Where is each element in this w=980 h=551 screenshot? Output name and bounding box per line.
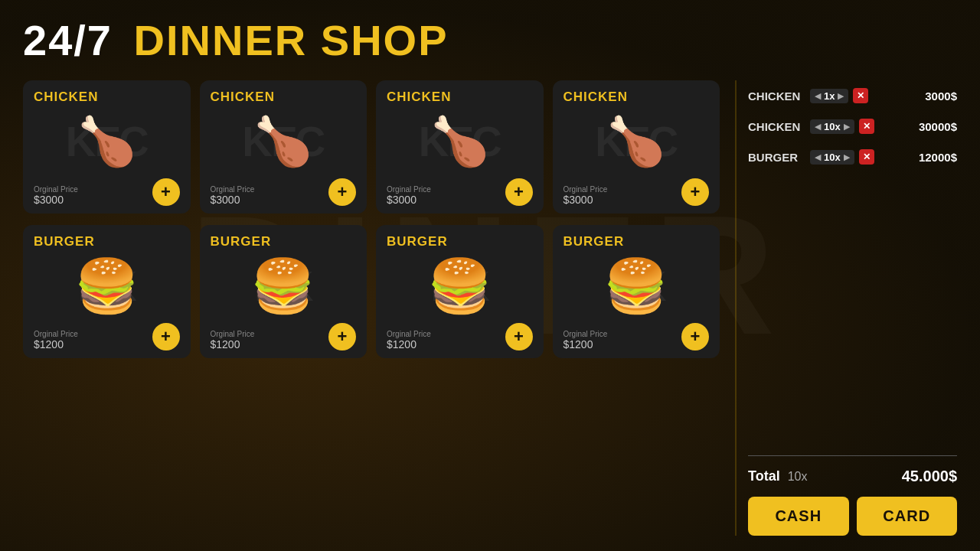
left-arrow-1: ◀ xyxy=(815,91,821,101)
order-qty-2: 10x xyxy=(824,121,841,132)
total-label: Total xyxy=(748,468,780,484)
price-value-4: $3000 xyxy=(564,194,608,206)
burger-footer-3: Orginal Price $1200 + xyxy=(387,323,533,350)
chicken-card-4: CHICKEN KFC 🍗 Orginal Price $3000 + xyxy=(553,80,720,214)
total-qty: 10x xyxy=(788,470,808,484)
add-burger-2[interactable]: + xyxy=(328,323,356,350)
burger-name-2: BURGER xyxy=(211,234,357,249)
burger-image-4: BK 🍔 xyxy=(564,256,710,317)
burger-price-info-4: Orginal Price $1200 xyxy=(564,330,608,350)
header: 24/7 DINNER SHOP xyxy=(23,15,957,65)
chicken-image-3: KFC 🍗 xyxy=(387,111,533,172)
burger-price-value-4: $1200 xyxy=(564,338,608,350)
main-content: CHICKEN KFC 🍗 Orginal Price $3000 + xyxy=(23,80,957,536)
right-arrow-2: ▶ xyxy=(844,122,850,132)
burger-emoji-3: 🍔 xyxy=(427,256,492,317)
price-value-1: $3000 xyxy=(34,194,78,206)
chicken-price-info-1: Orginal Price $3000 xyxy=(34,185,78,206)
add-chicken-4[interactable]: + xyxy=(681,178,709,206)
right-panel: CHICKEN ◀ 1x ▶ ✕ 3000$ CHICKEN ◀ 10x xyxy=(735,80,957,536)
order-price-2: 30000$ xyxy=(919,120,957,133)
chicken-name-2: CHICKEN xyxy=(211,90,357,105)
burger-name-4: BURGER xyxy=(564,234,710,249)
chicken-name-3: CHICKEN xyxy=(387,90,533,105)
chicken-image-4: KFC 🍗 xyxy=(564,111,710,172)
burger-price-value-2: $1200 xyxy=(211,338,255,350)
order-qty-wrapper-3: ◀ 10x ▶ xyxy=(810,150,854,165)
burger-price-value-3: $1200 xyxy=(387,338,431,350)
page-title: 24/7 DINNER SHOP xyxy=(23,15,449,65)
order-price-3: 12000$ xyxy=(919,151,957,164)
main-container: 24/7 DINNER SHOP CHICKEN KFC 🍗 Orginal P… xyxy=(0,0,980,551)
chicken-footer-2: Orginal Price $3000 + xyxy=(211,178,357,206)
add-chicken-1[interactable]: + xyxy=(152,178,180,206)
burger-card-4: BURGER BK 🍔 Orginal Price $1200 + xyxy=(553,225,720,358)
order-item-2: CHICKEN ◀ 10x ▶ ✕ 30000$ xyxy=(748,119,957,134)
chicken-price-info-3: Orginal Price $3000 xyxy=(387,185,431,206)
price-value-2: $3000 xyxy=(211,194,255,206)
chicken-card-1: CHICKEN KFC 🍗 Orginal Price $3000 + xyxy=(23,80,191,214)
burger-price-label-2: Orginal Price xyxy=(211,330,255,338)
order-name-1: CHICKEN xyxy=(748,90,805,103)
order-name-3: BURGER xyxy=(748,151,805,164)
burger-emoji-1: 🍔 xyxy=(74,256,139,317)
remove-btn-1[interactable]: ✕ xyxy=(853,88,868,103)
add-burger-3[interactable]: + xyxy=(505,323,533,350)
burger-emoji-4: 🍔 xyxy=(603,256,668,317)
remove-btn-2[interactable]: ✕ xyxy=(859,119,874,134)
chicken-emoji-2: 🍗 xyxy=(253,114,312,169)
cash-button[interactable]: CASH xyxy=(748,497,849,536)
burger-emoji-2: 🍔 xyxy=(250,256,315,317)
total-price: 45.000$ xyxy=(902,468,957,485)
burger-price-label-3: Orginal Price xyxy=(387,330,431,338)
add-chicken-2[interactable]: + xyxy=(328,178,356,206)
burger-footer-4: Orginal Price $1200 + xyxy=(564,323,710,350)
right-arrow-3: ▶ xyxy=(844,152,850,162)
remove-btn-3[interactable]: ✕ xyxy=(859,149,874,165)
burger-price-value-1: $1200 xyxy=(34,338,78,350)
price-label-3: Orginal Price xyxy=(387,185,431,194)
burger-price-label-1: Orginal Price xyxy=(34,330,78,338)
title-main: DINNER SHOP xyxy=(134,16,449,64)
order-price-1: 3000$ xyxy=(925,90,957,103)
chicken-card-3: CHICKEN KFC 🍗 Orginal Price $3000 + xyxy=(376,80,544,214)
card-button[interactable]: CARD xyxy=(857,497,958,536)
left-arrow-3: ◀ xyxy=(815,152,821,162)
burger-card-1: BURGER BK 🍔 Orginal Price $1200 + xyxy=(23,225,191,358)
add-chicken-3[interactable]: + xyxy=(505,178,533,206)
burger-card-3: BURGER BK 🍔 Orginal Price $1200 + xyxy=(376,225,544,358)
chicken-emoji-1: 🍗 xyxy=(77,114,136,169)
shop-grid: CHICKEN KFC 🍗 Orginal Price $3000 + xyxy=(23,80,720,536)
chicken-card-2: CHICKEN KFC 🍗 Orginal Price $3000 + xyxy=(200,80,368,214)
price-label-1: Orginal Price xyxy=(34,185,78,194)
order-qty-1: 1x xyxy=(824,90,835,102)
chicken-price-info-2: Orginal Price $3000 xyxy=(211,185,255,206)
total-section: Total 10x 45.000$ CASH CARD xyxy=(748,455,957,536)
burger-price-info-3: Orginal Price $1200 xyxy=(387,330,431,350)
burger-price-info-2: Orginal Price $1200 xyxy=(211,330,255,350)
burger-image-2: BK 🍔 xyxy=(211,256,357,317)
payment-buttons: CASH CARD xyxy=(748,497,957,536)
burger-image-1: BK 🍔 xyxy=(34,256,180,317)
chicken-price-info-4: Orginal Price $3000 xyxy=(564,185,608,206)
burger-card-2: BURGER BK 🍔 Orginal Price $1200 + xyxy=(200,225,368,358)
burger-image-3: BK 🍔 xyxy=(387,256,533,317)
chicken-emoji-4: 🍗 xyxy=(606,114,665,169)
add-burger-1[interactable]: + xyxy=(152,323,180,350)
chicken-footer-3: Orginal Price $3000 + xyxy=(387,178,533,206)
price-label-4: Orginal Price xyxy=(564,185,608,194)
price-label-2: Orginal Price xyxy=(211,185,255,194)
burger-footer-2: Orginal Price $1200 + xyxy=(211,323,357,350)
chicken-row: CHICKEN KFC 🍗 Orginal Price $3000 + xyxy=(23,80,720,214)
add-burger-4[interactable]: + xyxy=(681,323,709,350)
order-qty-3: 10x xyxy=(824,152,841,163)
order-name-2: CHICKEN xyxy=(748,120,805,133)
order-item-3: BURGER ◀ 10x ▶ ✕ 12000$ xyxy=(748,149,957,165)
chicken-image-1: KFC 🍗 xyxy=(34,111,180,172)
burger-price-info-1: Orginal Price $1200 xyxy=(34,330,78,350)
chicken-footer-1: Orginal Price $3000 + xyxy=(34,178,180,206)
title-prefix: 24/7 xyxy=(23,16,113,64)
burger-row: BURGER BK 🍔 Orginal Price $1200 + BU xyxy=(23,225,720,358)
burger-price-label-4: Orginal Price xyxy=(564,330,608,338)
total-row: Total 10x 45.000$ xyxy=(748,468,957,485)
